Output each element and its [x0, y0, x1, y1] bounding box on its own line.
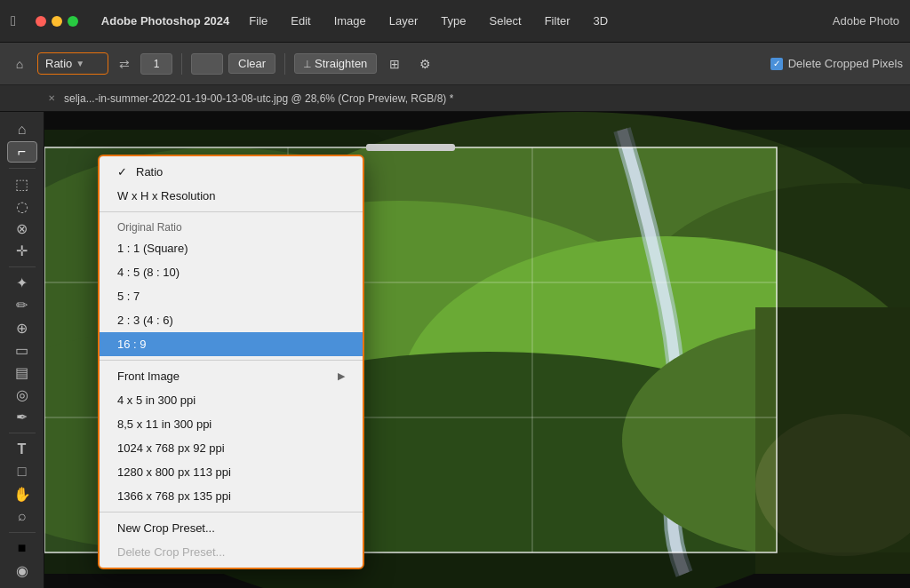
dropdown-item-1x1[interactable]: 1 : 1 (Square)	[100, 236, 363, 260]
tool-magic-wand[interactable]: ⊗	[7, 219, 37, 239]
tool-lasso[interactable]: ◌	[7, 196, 37, 217]
straighten-button[interactable]: ⟂ Straighten	[294, 53, 377, 74]
close-button[interactable]	[36, 16, 46, 27]
tool-eraser[interactable]: ▭	[7, 340, 37, 361]
home-tool-icon[interactable]: ⌂	[7, 52, 32, 76]
menu-edit[interactable]: Edit	[287, 12, 314, 29]
height-input[interactable]	[191, 53, 223, 75]
toolbar-sep-2	[284, 53, 285, 75]
menu-3d[interactable]: 3D	[590, 12, 612, 29]
menu-filter[interactable]: Filter	[541, 12, 574, 29]
tool-separator-2	[9, 266, 36, 267]
delete-cropped-checkbox[interactable]: ✓	[770, 58, 783, 70]
canvas-area[interactable]: Ratio W x H x Resolution Original Ratio …	[44, 112, 910, 588]
tool-stamp[interactable]: ⊕	[7, 318, 37, 338]
straighten-icon: ⟂	[304, 57, 311, 70]
fullscreen-button[interactable]	[68, 16, 78, 27]
tool-home[interactable]: ⌂	[7, 119, 37, 139]
dropdown-item-2x3[interactable]: 2 : 3 (4 : 6)	[100, 308, 363, 332]
clear-button[interactable]: Clear	[228, 53, 275, 74]
dropdown-arrow-icon: ▼	[76, 59, 84, 68]
dropdown-item-1366x768[interactable]: 1366 x 768 px 135 ppi	[100, 484, 363, 508]
menu-type[interactable]: Type	[437, 12, 469, 29]
dropdown-item-4x5[interactable]: 4 : 5 (8 : 10)	[100, 260, 363, 284]
swap-dimensions-button[interactable]: ⇄	[114, 53, 135, 75]
dropdown-item-front-image[interactable]: Front Image ▶	[100, 364, 363, 388]
app-name: Adobe Photoshop 2024	[101, 14, 229, 28]
input-separator	[181, 53, 182, 75]
svg-rect-20	[366, 144, 455, 151]
4x5in-text: 4 x 5 in 300 ppi	[117, 393, 196, 407]
apple-icon: 	[11, 13, 16, 29]
dropdown-section-original: Original Ratio	[100, 216, 363, 236]
delete-cropped-pixels-label[interactable]: ✓ Delete Cropped Pixels	[770, 57, 903, 70]
dropdown-divider-1	[100, 211, 363, 212]
tool-text[interactable]: T	[7, 439, 37, 459]
ratio-label: Ratio	[45, 57, 72, 70]
dropdown-item-1024x768[interactable]: 1024 x 768 px 92 ppi	[100, 436, 363, 460]
1024x768-text: 1024 x 768 px 92 ppi	[117, 441, 225, 455]
tool-separator-1	[9, 168, 36, 169]
tool-shape[interactable]: □	[7, 461, 37, 481]
straighten-label: Straighten	[315, 57, 367, 70]
menu-bar:  Adobe Photoshop 2024 File Edit Image L…	[0, 0, 910, 43]
delete-crop-preset-text: Delete Crop Preset...	[117, 545, 225, 559]
menu-bar-right-label: Adobe Photo	[833, 14, 899, 28]
menu-select[interactable]: Select	[486, 12, 525, 29]
1366x768-text: 1366 x 768 px 135 ppi	[117, 489, 231, 503]
dropdown-item-ratio[interactable]: Ratio	[100, 160, 363, 184]
tool-foreground-color[interactable]: ■	[7, 538, 37, 559]
tool-pen[interactable]: ✒	[7, 407, 37, 427]
minimize-button[interactable]	[52, 16, 62, 27]
ratio-text: Ratio	[136, 165, 163, 179]
tool-heal[interactable]: ✦	[7, 273, 37, 293]
dropdown-item-wxhxres[interactable]: W x H x Resolution	[100, 184, 363, 208]
1x1-text: 1 : 1 (Square)	[117, 242, 188, 255]
dropdown-item-85x11in[interactable]: 8,5 x 11 in 300 ppi	[100, 412, 363, 436]
tool-gradient[interactable]: ▤	[7, 362, 37, 383]
dropdown-divider-3	[100, 512, 363, 513]
tool-move[interactable]: ✛	[7, 241, 37, 261]
tool-crop[interactable]: ⌐	[7, 141, 37, 163]
dropdown-item-new-crop-preset[interactable]: New Crop Preset...	[100, 516, 363, 540]
tab-title[interactable]: selja...-in-summer-2022-01-19-00-13-08-u…	[64, 92, 453, 105]
tab-bar: ✕ selja...-in-summer-2022-01-19-00-13-08…	[0, 85, 910, 112]
left-toolbar: ⌂ ⌐ ⬚ ◌ ⊗ ✛ ✦ ✏ ⊕ ▭ ▤ ◎ ✒ T □ ✋ ⌕ ■ ◉	[0, 112, 44, 588]
tool-hand[interactable]: ✋	[7, 484, 37, 505]
wxhxres-text: W x H x Resolution	[117, 189, 216, 203]
width-input[interactable]	[140, 53, 172, 75]
ratio-dropdown-menu: Ratio W x H x Resolution Original Ratio …	[98, 155, 364, 569]
dropdown-divider-2	[100, 360, 363, 361]
tool-brush[interactable]: ✏	[7, 295, 37, 315]
ratio-dropdown-button[interactable]: Ratio ▼	[37, 52, 108, 75]
1280x800-text: 1280 x 800 px 113 ppi	[117, 465, 231, 479]
traffic-lights	[36, 16, 78, 27]
5x7-text: 5 : 7	[117, 290, 140, 303]
svg-rect-14	[777, 147, 910, 552]
crop-settings-button[interactable]: ⚙	[412, 52, 437, 76]
menu-file[interactable]: File	[245, 12, 271, 29]
tool-dodge[interactable]: ◎	[7, 385, 37, 405]
dropdown-item-4x5in[interactable]: 4 x 5 in 300 ppi	[100, 388, 363, 412]
front-image-arrow-icon: ▶	[338, 370, 345, 382]
tool-zoom[interactable]: ⌕	[7, 506, 37, 527]
tool-separator-4	[9, 532, 36, 533]
delete-cropped-text: Delete Cropped Pixels	[788, 57, 903, 70]
menu-layer[interactable]: Layer	[386, 12, 422, 29]
front-image-text: Front Image	[117, 369, 180, 383]
85x11in-text: 8,5 x 11 in 300 ppi	[117, 417, 212, 431]
dropdown-item-16x9[interactable]: 16 : 9	[100, 332, 363, 356]
tool-eyedropper[interactable]: ◉	[7, 560, 37, 581]
dropdown-item-1280x800[interactable]: 1280 x 800 px 113 ppi	[100, 460, 363, 484]
grid-overlay-button[interactable]: ⊞	[382, 52, 407, 76]
tool-rect-select[interactable]: ⬚	[7, 174, 37, 195]
new-crop-preset-text: New Crop Preset...	[117, 521, 215, 535]
dropdown-item-delete-crop-preset: Delete Crop Preset...	[100, 540, 363, 564]
toolbar: ⌂ Ratio ▼ ⇄ Clear ⟂ Straighten ⊞ ⚙ ✓ Del…	[0, 43, 910, 85]
dropdown-item-5x7[interactable]: 5 : 7	[100, 284, 363, 308]
tool-separator-3	[9, 433, 36, 433]
tab-close-button[interactable]: ✕	[44, 91, 59, 106]
menu-image[interactable]: Image	[331, 12, 370, 29]
main-content: ⌂ ⌐ ⬚ ◌ ⊗ ✛ ✦ ✏ ⊕ ▭ ▤ ◎ ✒ T □ ✋ ⌕ ■ ◉	[0, 112, 910, 588]
2x3-text: 2 : 3 (4 : 6)	[117, 314, 173, 327]
